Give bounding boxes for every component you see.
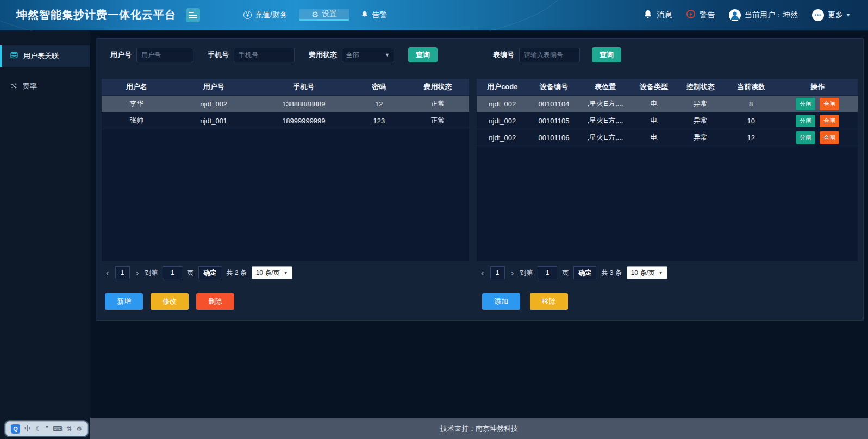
sidebar-item-user-meter-link[interactable]: 用户表关联 xyxy=(0,45,90,67)
open-switch-button[interactable]: 分闸 xyxy=(796,131,815,144)
cell-current-reading: 8 xyxy=(725,100,778,108)
open-switch-button[interactable]: 分闸 xyxy=(796,115,815,127)
page-number[interactable]: 1 xyxy=(490,266,505,279)
cell-current-reading: 12 xyxy=(725,134,778,142)
phone-input[interactable] xyxy=(234,48,295,62)
page-unit-label: 页 xyxy=(562,268,569,278)
tab-settings[interactable]: ⚙ 设置 xyxy=(299,9,349,21)
menu-toggle-button[interactable] xyxy=(186,8,200,22)
footer-bar: 技术支持：南京坤然科技 xyxy=(90,418,868,439)
chevron-right-icon[interactable]: › xyxy=(510,268,515,278)
tab-label: 充值/财务 xyxy=(255,10,288,20)
ime-lang-icon[interactable]: 中 xyxy=(24,425,31,432)
sidebar-item-label: 费率 xyxy=(23,81,37,91)
tab-recharge-finance[interactable]: ¥ 充值/财务 xyxy=(232,9,299,21)
cell-device-no: 00101106 xyxy=(528,134,580,142)
close-switch-button[interactable]: 合闸 xyxy=(820,98,839,110)
current-user-label: 当前用户：坤然 xyxy=(745,10,798,20)
tab-alarm[interactable]: 告警 xyxy=(349,9,399,21)
moon-icon[interactable]: ☾ xyxy=(35,425,41,432)
page-size-select[interactable]: 10 条/页 ▼ xyxy=(627,266,667,279)
wrench-icon[interactable]: ⚙ xyxy=(76,425,82,432)
table-row[interactable]: njdt_002 00101106 ,星火E方,... 电 异常 12 分闸 合… xyxy=(477,129,858,146)
cell-device-type: 电 xyxy=(631,99,677,109)
cell-current-reading: 10 xyxy=(725,117,778,125)
goto-page-input[interactable] xyxy=(163,266,182,279)
keyboard-icon[interactable]: ⌨ xyxy=(53,425,62,432)
users-pagination: ‹ 1 › 到第 页 确定 共 2 条 10 条/页 ▼ xyxy=(102,266,469,279)
alerts-label: 警告 xyxy=(700,10,715,20)
chevron-left-icon[interactable]: ‹ xyxy=(480,268,485,278)
more-menu-button[interactable]: ••• 更多 ▾ xyxy=(812,9,850,21)
meter-no-input[interactable] xyxy=(519,48,580,62)
meters-section: 表编号 查询 用户code 设备编号 表位置 设备类型 控制状态 当前读数 操作 xyxy=(477,47,858,320)
top-navbar: 坤然智能集抄计费一体化云平台 ¥ 充值/财务 ⚙ 设置 告警 xyxy=(0,0,868,31)
dropdown-arrow-icon: ▼ xyxy=(385,52,390,58)
ime-logo-icon[interactable]: Q xyxy=(11,424,20,434)
sidebar-item-rate[interactable]: 费率 xyxy=(0,76,90,97)
more-label: 更多 xyxy=(828,10,843,20)
yen-circle-icon: ¥ xyxy=(243,11,252,19)
close-switch-button[interactable]: 合闸 xyxy=(820,115,839,127)
meters-pagination: ‹ 1 › 到第 页 确定 共 3 条 10 条/页 ▼ xyxy=(477,266,858,279)
cell-fee-status: 正常 xyxy=(407,116,469,126)
open-switch-button[interactable]: 分闸 xyxy=(796,98,815,110)
cell-operations: 分闸 合闸 xyxy=(778,98,858,110)
cell-fee-status: 正常 xyxy=(407,99,469,109)
main-content: 用户号 手机号 费用状态 全部 ▼ 查询 xyxy=(90,31,868,439)
delete-user-button[interactable]: 删除 xyxy=(196,293,234,310)
alerts-button[interactable]: 警告 xyxy=(686,9,715,21)
dropdown-arrow-icon: ▼ xyxy=(284,271,288,275)
add-user-button[interactable]: 新增 xyxy=(105,293,143,310)
users-table-header: 用户名 用户号 手机号 密码 费用状态 xyxy=(102,79,469,96)
cell-operations: 分闸 合闸 xyxy=(778,131,858,144)
table-row[interactable]: 李华 njdt_002 13888888889 12 正常 xyxy=(102,96,469,112)
close-switch-button[interactable]: 合闸 xyxy=(820,131,839,144)
goto-page-input[interactable] xyxy=(538,266,557,279)
remove-meter-button[interactable]: 移除 xyxy=(530,293,568,310)
shuffle-icon xyxy=(10,82,18,91)
meter-no-label: 表编号 xyxy=(493,50,514,60)
col-header: 设备类型 xyxy=(631,82,677,92)
edit-user-button[interactable]: 修改 xyxy=(151,293,189,310)
goto-confirm-button[interactable]: 确定 xyxy=(198,266,221,279)
users-query-button[interactable]: 查询 xyxy=(408,47,438,62)
table-row[interactable]: njdt_002 00101104 ,星火E方,... 电 异常 8 分闸 合闸 xyxy=(477,96,858,112)
fee-status-select[interactable]: 全部 ▼ xyxy=(342,48,394,62)
col-header: 手机号 xyxy=(256,82,352,92)
sidebar: 用户表关联 费率 xyxy=(0,31,90,439)
add-meter-button[interactable]: 添加 xyxy=(482,293,520,310)
punctuation-icon[interactable]: ’’ xyxy=(46,425,48,432)
messages-button[interactable]: 消息 xyxy=(643,9,672,21)
user-avatar-icon xyxy=(729,9,741,21)
page-number[interactable]: 1 xyxy=(115,266,130,279)
page-size-select[interactable]: 10 条/页 ▼ xyxy=(252,266,292,279)
tab-label: 告警 xyxy=(372,10,387,20)
cell-device-type: 电 xyxy=(631,116,677,126)
cell-control-status: 异常 xyxy=(677,116,725,126)
page-size-value: 10 条/页 xyxy=(256,268,280,278)
col-header: 密码 xyxy=(352,82,407,92)
cell-password: 123 xyxy=(352,117,407,125)
col-header: 表位置 xyxy=(579,82,631,92)
app-title: 坤然智能集抄计费一体化云平台 xyxy=(16,8,176,22)
cell-device-type: 电 xyxy=(631,133,677,142)
messages-label: 消息 xyxy=(657,10,672,20)
user-no-input[interactable] xyxy=(136,48,193,62)
table-row[interactable]: 张帅 njdt_001 18999999999 123 正常 xyxy=(102,112,469,129)
chevron-right-icon[interactable]: › xyxy=(135,268,140,278)
meters-query-button[interactable]: 查询 xyxy=(592,47,621,62)
cell-meter-location: ,星火E方,... xyxy=(579,99,631,109)
meters-actions: 添加 移除 xyxy=(477,293,858,310)
cell-phone: 13888888889 xyxy=(256,100,352,108)
table-row[interactable]: njdt_002 00101105 ,星火E方,... 电 异常 10 分闸 合… xyxy=(477,112,858,129)
cell-user-no: njdt_001 xyxy=(171,117,255,125)
size-toggle-icon[interactable]: ⇅ xyxy=(66,425,72,432)
goto-confirm-button[interactable]: 确定 xyxy=(573,266,596,279)
cell-username: 李华 xyxy=(102,99,171,109)
warning-icon xyxy=(686,9,696,21)
current-user[interactable]: 当前用户：坤然 xyxy=(729,9,798,21)
col-header: 费用状态 xyxy=(407,82,469,92)
bell-icon xyxy=(643,9,653,21)
chevron-left-icon[interactable]: ‹ xyxy=(105,268,110,278)
